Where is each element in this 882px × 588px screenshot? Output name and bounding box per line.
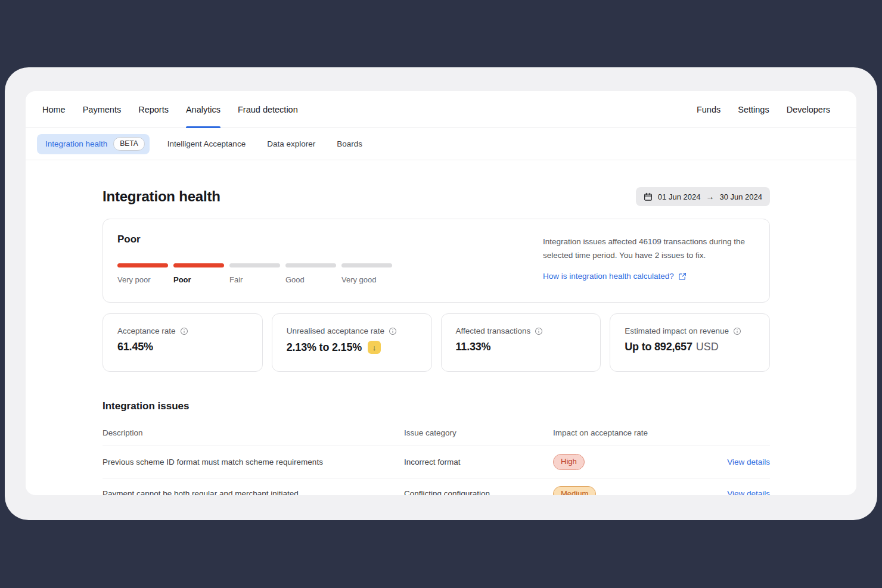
scale-segment-poor <box>173 263 224 267</box>
scale-segment-fair <box>229 263 280 267</box>
date-range-button[interactable]: 01 Jun 2024 → 30 Jun 2024 <box>636 187 770 206</box>
info-icon[interactable] <box>389 327 397 335</box>
issue-description: Payment cannot be both regular and merch… <box>103 489 404 495</box>
health-calculated-link-label: How is integration health calculated? <box>543 272 674 281</box>
sub-nav: Integration health BETA Intelligent Acce… <box>26 128 856 160</box>
scale-label-good: Good <box>285 275 336 284</box>
health-status: Poor <box>117 234 392 245</box>
date-range-end: 30 Jun 2024 <box>719 192 762 201</box>
trend-down-badge: ↓ <box>368 341 381 354</box>
view-details-link[interactable]: View details <box>704 458 770 466</box>
issues-section-title: Integration issues <box>103 400 770 412</box>
arrow-right-icon: → <box>706 192 714 201</box>
app-frame: Home Payments Reports Analytics Fraud de… <box>5 67 877 520</box>
metric-card-estimated-impact: Estimated impact on revenue Up to 892,65… <box>610 313 770 372</box>
metric-label-unrealised-acceptance-rate: Unrealised acceptance rate <box>287 326 384 335</box>
health-status-card: Poor Very poor Poor Fair Good Very good <box>103 219 770 303</box>
top-nav-left: Home Payments Reports Analytics Fraud de… <box>42 91 298 127</box>
tab-integration-health-label: Integration health <box>45 139 107 148</box>
info-icon[interactable] <box>733 327 741 335</box>
page-title: Integration health <box>103 188 220 205</box>
tab-boards[interactable]: Boards <box>337 139 362 148</box>
issues-table: Description Issue category Impact on acc… <box>103 426 770 495</box>
health-scale-bar <box>117 263 392 267</box>
page-header: Integration health 01 Jun 2024 → 30 Jun … <box>103 187 770 206</box>
issue-category: Incorrect format <box>404 458 553 466</box>
nav-item-reports[interactable]: Reports <box>138 91 169 127</box>
metric-value-estimated-impact: Up to 892,657 <box>625 341 692 353</box>
metric-label-estimated-impact: Estimated impact on revenue <box>625 326 729 335</box>
view-details-link[interactable]: View details <box>704 489 770 495</box>
nav-item-settings[interactable]: Settings <box>738 91 769 127</box>
metric-card-unrealised-acceptance-rate: Unrealised acceptance rate 2.13% to 2.15… <box>272 313 432 372</box>
info-icon[interactable] <box>535 327 543 335</box>
impact-badge-high: High <box>553 454 585 470</box>
column-header-impact: Impact on acceptance rate <box>553 428 704 437</box>
sub-nav-items: Intelligent Acceptance Data explorer Boa… <box>167 139 362 148</box>
top-nav: Home Payments Reports Analytics Fraud de… <box>26 91 856 128</box>
metric-card-affected-transactions: Affected transactions 11.33% <box>441 313 601 372</box>
health-calculated-link[interactable]: How is integration health calculated? <box>543 272 687 281</box>
metrics-row: Acceptance rate 61.45% Unrealised accept… <box>103 313 770 372</box>
health-scale: Poor Very poor Poor Fair Good Very good <box>117 234 392 284</box>
issues-table-header: Description Issue category Impact on acc… <box>103 426 770 446</box>
table-row: Previous scheme ID format must match sch… <box>103 446 770 478</box>
health-scale-labels: Very poor Poor Fair Good Very good <box>117 275 392 284</box>
arrow-down-icon: ↓ <box>372 343 377 352</box>
nav-item-funds[interactable]: Funds <box>697 91 720 127</box>
metric-value-acceptance-rate: 61.45% <box>117 341 153 353</box>
metric-value-affected-transactions: 11.33% <box>456 341 491 353</box>
impact-badge-medium: Medium <box>553 486 596 495</box>
column-header-category: Issue category <box>404 428 553 437</box>
scale-label-poor: Poor <box>173 275 224 284</box>
column-header-description: Description <box>103 428 404 437</box>
info-icon[interactable] <box>180 327 188 335</box>
nav-item-home[interactable]: Home <box>42 91 66 127</box>
scale-segment-very-good <box>341 263 392 267</box>
nav-item-analytics[interactable]: Analytics <box>186 91 220 127</box>
metric-label-acceptance-rate: Acceptance rate <box>117 326 176 335</box>
issue-category: Conflicting configuration <box>404 489 553 495</box>
beta-badge: BETA <box>113 137 144 150</box>
main-content: Integration health 01 Jun 2024 → 30 Jun … <box>103 187 770 495</box>
scale-label-very-poor: Very poor <box>117 275 168 284</box>
tab-intelligent-acceptance[interactable]: Intelligent Acceptance <box>167 139 246 148</box>
health-summary-text: Integration issues affected 46109 transa… <box>543 235 753 262</box>
scale-label-fair: Fair <box>229 275 280 284</box>
table-row: Payment cannot be both regular and merch… <box>103 478 770 495</box>
metric-currency: USD <box>696 341 719 353</box>
top-nav-right: Funds Settings Developers <box>697 91 830 127</box>
date-range-start: 01 Jun 2024 <box>658 192 701 201</box>
app-card: Home Payments Reports Analytics Fraud de… <box>26 91 856 495</box>
tab-data-explorer[interactable]: Data explorer <box>267 139 315 148</box>
metric-card-acceptance-rate: Acceptance rate 61.45% <box>103 313 263 372</box>
nav-item-fraud-detection[interactable]: Fraud detection <box>238 91 298 127</box>
metric-value-unrealised-acceptance-rate: 2.13% to 2.15% <box>287 341 362 354</box>
scale-label-very-good: Very good <box>341 275 392 284</box>
external-link-icon <box>678 272 687 281</box>
scale-segment-very-poor <box>117 263 168 267</box>
nav-item-payments[interactable]: Payments <box>83 91 121 127</box>
scale-segment-good <box>285 263 336 267</box>
calendar-icon <box>644 192 653 201</box>
nav-item-developers[interactable]: Developers <box>787 91 830 127</box>
health-summary-panel: Integration issues affected 46109 transa… <box>543 234 753 284</box>
tab-integration-health[interactable]: Integration health BETA <box>37 134 150 154</box>
issue-description: Previous scheme ID format must match sch… <box>103 458 404 466</box>
metric-label-affected-transactions: Affected transactions <box>456 326 531 335</box>
